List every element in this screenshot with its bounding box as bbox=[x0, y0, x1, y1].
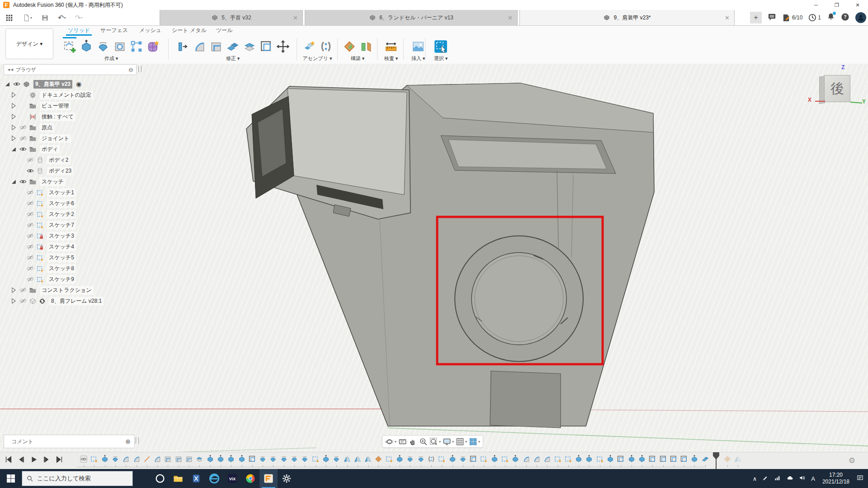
chrome-icon[interactable] bbox=[241, 469, 259, 488]
browser-tree-item[interactable]: スケッチ2 bbox=[4, 209, 137, 220]
ie-icon[interactable] bbox=[205, 469, 223, 488]
timeline-feature-plane[interactable] bbox=[374, 455, 382, 463]
timeline-feature-offset-face[interactable] bbox=[670, 455, 678, 463]
timeline-feature-sketch[interactable] bbox=[596, 455, 604, 463]
timeline-feature-shell[interactable] bbox=[175, 455, 183, 463]
taskbar-search-input[interactable]: ここに入力して検索 bbox=[22, 471, 133, 486]
app-grid-icon[interactable] bbox=[2, 11, 16, 24]
form-button[interactable] bbox=[146, 40, 160, 53]
timeline-feature-revolve[interactable] bbox=[290, 455, 298, 463]
timeline-feature-extrude[interactable] bbox=[627, 455, 636, 463]
timeline-feature-offset-face[interactable] bbox=[659, 455, 667, 463]
expand-triangle-icon[interactable] bbox=[10, 297, 17, 305]
ribbon-group-label[interactable]: 選択 ▾ bbox=[434, 55, 448, 62]
activate-component-radio[interactable]: ◉ bbox=[76, 80, 81, 88]
timeline-feature-extrude[interactable] bbox=[101, 455, 109, 463]
help-icon[interactable]: ? bbox=[841, 13, 849, 23]
document-tab[interactable]: 9、肩装甲 v23*✕ bbox=[519, 10, 735, 25]
timeline-feature-sketch[interactable] bbox=[554, 455, 562, 463]
browser-root-item[interactable]: 9、肩装甲 v23◉ bbox=[4, 79, 137, 89]
offset-face-button[interactable] bbox=[259, 40, 273, 53]
action-center-icon[interactable] bbox=[857, 474, 863, 483]
minimize-button[interactable]: ─ bbox=[806, 0, 826, 10]
browser-tree-item[interactable]: ボディ bbox=[4, 144, 137, 155]
timeline-feature-revolve[interactable] bbox=[111, 455, 119, 463]
timeline-feature-axis[interactable] bbox=[143, 455, 151, 463]
timeline-feature-fillet[interactable] bbox=[522, 455, 530, 463]
timeline-scrubber[interactable] bbox=[712, 452, 720, 469]
cortana-icon[interactable] bbox=[151, 469, 169, 488]
hide-panel-icon[interactable]: ⊖ bbox=[128, 66, 133, 73]
expand-triangle-icon[interactable] bbox=[4, 80, 11, 88]
timeline-feature-extrude[interactable] bbox=[606, 455, 614, 463]
explorer-icon[interactable] bbox=[169, 469, 187, 488]
timeline-feature-offset-face[interactable] bbox=[469, 455, 477, 463]
close-tab-icon[interactable]: ✕ bbox=[293, 14, 298, 21]
timeline-feature-split[interactable] bbox=[195, 455, 203, 463]
timeline-feature-mirror[interactable] bbox=[354, 455, 362, 463]
close-tab-icon[interactable]: ✕ bbox=[725, 14, 730, 21]
timeline-feature-extrude[interactable] bbox=[448, 455, 457, 463]
undo-icon[interactable]: ↶▾ bbox=[55, 11, 68, 24]
settings-icon[interactable] bbox=[278, 469, 296, 488]
start-button[interactable] bbox=[0, 469, 22, 488]
visibility-eye-icon[interactable] bbox=[26, 221, 34, 229]
timeline-feature-plane-faded[interactable] bbox=[723, 455, 731, 463]
browser-tree-item[interactable]: スケッチ3 bbox=[4, 230, 137, 241]
browser-tree-item[interactable]: スケッチ bbox=[4, 176, 137, 187]
visibility-eye-icon[interactable] bbox=[19, 178, 27, 185]
browser-tree-item[interactable]: スケッチ8 bbox=[4, 263, 137, 274]
timeline-feature-joint[interactable] bbox=[427, 455, 435, 463]
step-forward-button[interactable] bbox=[42, 455, 51, 465]
panel-drag-handle[interactable] bbox=[138, 66, 142, 72]
visibility-eye-icon[interactable] bbox=[26, 243, 34, 250]
ribbon-tab[interactable]: ソリッド bbox=[68, 26, 90, 35]
timeline-feature-revolve[interactable] bbox=[417, 455, 425, 463]
browser-tree-item[interactable]: スケッチ1 bbox=[4, 187, 137, 198]
ribbon-tab[interactable]: メッシュ bbox=[139, 26, 161, 35]
ribbon-group-label[interactable]: 検査 ▾ bbox=[384, 55, 398, 62]
timeline-feature-offset-face[interactable] bbox=[648, 455, 656, 463]
browser-tree-item[interactable]: 原点 bbox=[4, 122, 137, 133]
go-to-start-button[interactable] bbox=[5, 455, 13, 465]
browser-tree-item[interactable]: コンストラクション bbox=[4, 285, 137, 296]
visibility-eye-icon[interactable] bbox=[26, 167, 34, 174]
timeline-feature-link[interactable] bbox=[80, 455, 88, 463]
timeline-feature-shell[interactable] bbox=[164, 455, 172, 463]
chevron-up-icon[interactable]: ∧ bbox=[753, 475, 757, 482]
timeline-feature-mirror-faded[interactable] bbox=[734, 455, 742, 463]
orbit-icon[interactable]: ▾ bbox=[385, 437, 396, 446]
move-button[interactable] bbox=[276, 40, 290, 53]
ribbon-tab[interactable]: シート メタル bbox=[172, 26, 207, 35]
timeline-feature-extrude[interactable] bbox=[638, 455, 646, 463]
step-back-button[interactable] bbox=[17, 455, 25, 465]
go-to-end-button[interactable] bbox=[55, 455, 63, 465]
expand-triangle-icon[interactable] bbox=[10, 113, 17, 120]
expand-triangle-icon[interactable] bbox=[10, 135, 17, 142]
visibility-eye-icon[interactable] bbox=[26, 189, 34, 196]
browser-tree-item[interactable]: スケッチ9 bbox=[4, 274, 137, 285]
visibility-eye-icon[interactable] bbox=[26, 211, 34, 218]
press-pull-button[interactable] bbox=[176, 40, 189, 53]
hole-button[interactable] bbox=[113, 40, 127, 53]
ribbon-group-label[interactable]: 挿入 ▾ bbox=[411, 55, 425, 62]
browser-tree-item[interactable]: 8、肩フレーム v28:1 bbox=[4, 296, 137, 306]
timeline-feature-combine[interactable] bbox=[701, 455, 709, 463]
timeline-feature-sketch[interactable] bbox=[564, 455, 572, 463]
timeline-feature-fillet[interactable] bbox=[543, 455, 551, 463]
document-tab[interactable]: 5、手首 v32✕ bbox=[160, 10, 303, 25]
timeline-options-gear-icon[interactable]: ⚙ bbox=[849, 456, 855, 465]
timeline-feature-revolve[interactable] bbox=[301, 455, 309, 463]
browser-tree-item[interactable]: ボディ23 bbox=[4, 165, 137, 176]
pattern-button[interactable] bbox=[130, 40, 143, 53]
timeline-feature-extrude[interactable] bbox=[575, 455, 583, 463]
visibility-eye-icon[interactable] bbox=[19, 135, 27, 142]
new-component-button[interactable] bbox=[302, 40, 316, 53]
construct-axis-button[interactable] bbox=[359, 40, 373, 53]
visibility-eye-icon[interactable] bbox=[19, 286, 27, 294]
expand-triangle-icon[interactable] bbox=[10, 102, 17, 109]
timeline-feature-revolve[interactable] bbox=[259, 455, 267, 463]
visibility-eye-icon[interactable] bbox=[26, 200, 34, 207]
combine-button[interactable] bbox=[226, 40, 240, 53]
comment-drag-handle[interactable] bbox=[136, 437, 139, 444]
